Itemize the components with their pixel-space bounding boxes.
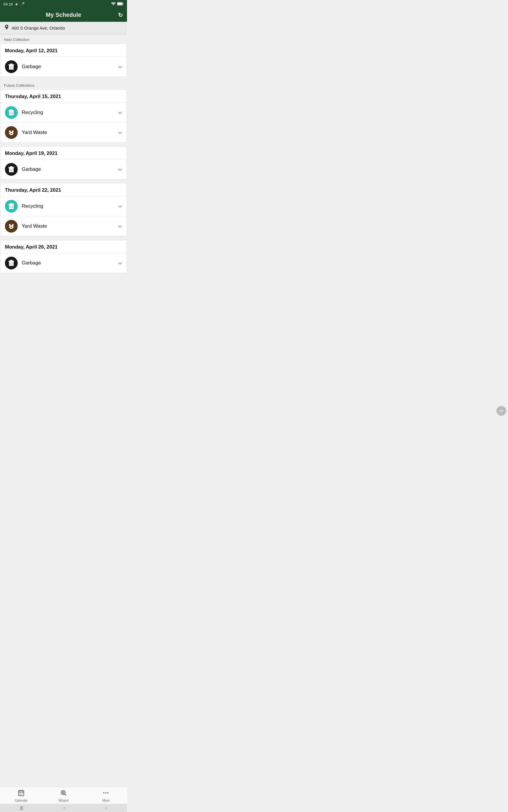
address-bar[interactable]: 400 S Orange Ave, Orlando xyxy=(0,22,127,35)
recycling-icon xyxy=(5,106,18,119)
svg-rect-45 xyxy=(10,260,12,261)
yard-waste-icon xyxy=(5,126,18,139)
garbage-icon xyxy=(5,60,18,73)
svg-rect-31 xyxy=(8,204,14,205)
yard-waste-icon xyxy=(5,220,18,232)
chevron-down-icon xyxy=(118,64,122,70)
svg-rect-44 xyxy=(8,261,14,262)
svg-rect-7 xyxy=(10,63,12,65)
section-label: Future Collections xyxy=(0,80,127,89)
garbage-icon xyxy=(5,163,18,176)
item-label-garbage: Garbage xyxy=(22,260,118,266)
collection-card: Thursday, April 22, 2021 Recycling Yard … xyxy=(0,183,127,237)
status-bar: 04:16 ★ 🎤 xyxy=(0,0,127,8)
battery-icon xyxy=(117,2,124,6)
svg-rect-6 xyxy=(8,65,14,65)
chevron-down-icon xyxy=(118,223,122,229)
collection-item-recycling[interactable]: Recycling xyxy=(0,196,127,216)
svg-rect-25 xyxy=(8,167,14,168)
star-icon: ★ xyxy=(15,2,18,6)
chevron-down-icon xyxy=(118,110,122,116)
chevron-down-icon xyxy=(118,166,122,173)
collection-date: Thursday, April 15, 2021 xyxy=(0,90,127,103)
svg-point-37 xyxy=(9,224,11,226)
svg-point-42 xyxy=(11,227,12,228)
section-label: Next Collection xyxy=(0,35,127,43)
collection-date: Monday, April 12, 2021 xyxy=(0,44,127,57)
svg-point-18 xyxy=(9,130,11,132)
recycling-icon xyxy=(5,200,18,213)
collection-item-garbage[interactable]: Garbage xyxy=(0,160,127,179)
garbage-icon xyxy=(5,257,18,269)
main-content: Next CollectionMonday, April 12, 2021 Ga… xyxy=(0,35,127,294)
item-label-yard-waste: Yard Waste xyxy=(22,223,118,229)
collection-date: Monday, April 19, 2021 xyxy=(0,146,127,160)
collection-item-yard-waste[interactable]: Yard Waste xyxy=(0,123,127,142)
collection-item-garbage[interactable]: Garbage xyxy=(0,57,127,77)
collection-item-garbage[interactable]: Garbage xyxy=(0,253,127,273)
chevron-down-icon xyxy=(118,260,122,266)
collection-item-recycling[interactable]: Recycling xyxy=(0,103,127,123)
collection-card: Monday, April 19, 2021 Garbage xyxy=(0,146,127,179)
svg-rect-12 xyxy=(8,110,14,111)
chevron-down-icon xyxy=(118,130,122,136)
collection-card: Monday, April 26, 2021 Garbage xyxy=(0,240,127,273)
item-label-garbage: Garbage xyxy=(22,166,118,172)
svg-rect-2 xyxy=(123,3,124,4)
svg-point-38 xyxy=(12,224,14,226)
collection-item-yard-waste[interactable]: Yard Waste xyxy=(0,216,127,236)
collection-date: Monday, April 26, 2021 xyxy=(0,240,127,253)
mic-icon: 🎤 xyxy=(20,2,25,6)
svg-point-23 xyxy=(11,133,12,134)
item-label-yard-waste: Yard Waste xyxy=(22,130,118,135)
svg-rect-13 xyxy=(10,109,12,110)
app-header: My Schedule ↻ xyxy=(0,8,127,22)
collection-card: Monday, April 12, 2021 Garbage xyxy=(0,43,127,77)
item-label-recycling: Recycling xyxy=(22,110,118,116)
item-label-garbage: Garbage xyxy=(22,64,118,70)
chevron-down-icon xyxy=(118,203,122,209)
svg-point-19 xyxy=(12,130,14,132)
location-icon xyxy=(4,25,9,31)
svg-rect-26 xyxy=(10,166,12,167)
item-label-recycling: Recycling xyxy=(22,203,118,209)
address-text: 400 S Orange Ave, Orlando xyxy=(12,26,65,31)
svg-point-4 xyxy=(6,26,7,27)
wifi-icon xyxy=(111,2,116,7)
refresh-button[interactable]: ↻ xyxy=(118,12,123,18)
header-title: My Schedule xyxy=(46,12,81,18)
svg-rect-3 xyxy=(118,3,122,5)
collection-card: Thursday, April 15, 2021 Recycling Yard … xyxy=(0,89,127,143)
svg-point-0 xyxy=(113,5,114,5)
svg-rect-32 xyxy=(10,203,12,204)
collection-date: Thursday, April 22, 2021 xyxy=(0,183,127,196)
status-time: 04:16 xyxy=(3,2,13,6)
